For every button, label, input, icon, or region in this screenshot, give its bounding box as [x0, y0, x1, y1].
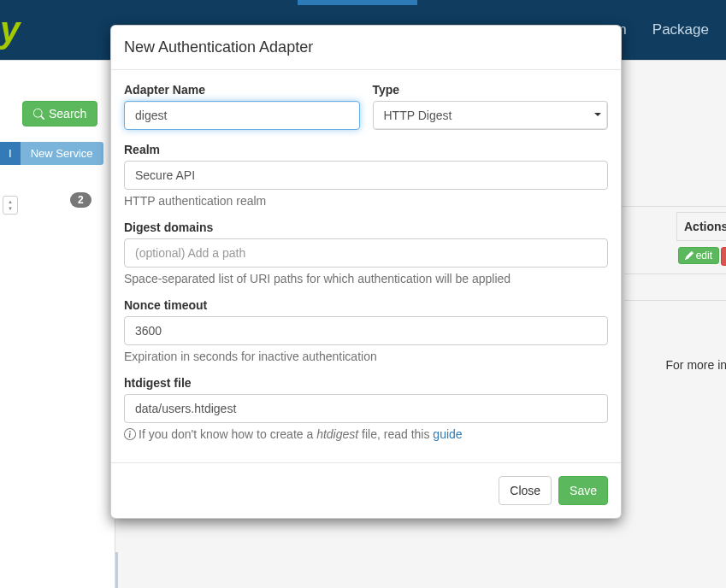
info-icon — [124, 428, 136, 440]
guide-link[interactable]: guide — [433, 427, 462, 441]
divider — [624, 300, 726, 301]
spinner-up-icon[interactable]: ▲ — [8, 198, 13, 205]
spinner-down-icon[interactable]: ▼ — [8, 205, 13, 212]
vertical-accent — [115, 552, 118, 588]
number-spinner[interactable]: ▲ ▼ — [3, 196, 18, 215]
modal-title: New Authentication Adapter — [124, 38, 608, 56]
digest-domains-input[interactable] — [124, 238, 608, 268]
active-tab-indicator — [298, 0, 417, 5]
digest-domains-help: Space-separated list of URI paths for wh… — [124, 272, 608, 285]
digest-domains-label: Digest domains — [124, 220, 608, 234]
modal-footer: Close Save — [111, 462, 621, 518]
realm-help: HTTP authentication realm — [124, 194, 608, 208]
htdigest-help-prefix: If you don't know how to create a — [139, 427, 316, 441]
count-badge: 2 — [70, 192, 91, 208]
adapter-name-input[interactable] — [124, 101, 360, 130]
edit-button[interactable]: edit — [678, 247, 719, 264]
nonce-timeout-input[interactable] — [124, 316, 608, 345]
search-button[interactable]: Search — [22, 101, 97, 126]
table-header-actions: Actions — [676, 212, 726, 241]
more-info-text-fragment: For more inf — [666, 358, 726, 372]
close-button[interactable]: Close — [499, 476, 552, 505]
nonce-timeout-help: Expiration in seconds for inactive authe… — [124, 350, 608, 363]
adapter-name-label: Adapter Name — [124, 83, 360, 97]
htdigest-help: If you don't know how to create a htdige… — [124, 427, 608, 441]
save-button[interactable]: Save — [558, 476, 608, 505]
type-label: Type — [373, 83, 609, 97]
htdigest-help-em: htdigest — [316, 427, 358, 441]
modal-body: Adapter Name Type HTTP Digest Realm HTTP… — [111, 70, 621, 462]
realm-label: Realm — [124, 143, 608, 156]
modal-header: New Authentication Adapter — [111, 26, 621, 70]
new-service-button[interactable]: New Service — [21, 142, 103, 165]
nonce-timeout-label: Nonce timeout — [124, 298, 608, 312]
htdigest-label: htdigest file — [124, 376, 608, 390]
delete-button-fragment[interactable] — [721, 247, 726, 266]
pill-api-fragment[interactable]: I — [0, 142, 21, 165]
realm-input[interactable] — [124, 161, 608, 190]
htdigest-input[interactable] — [124, 394, 608, 423]
logo-fragment: y — [0, 9, 20, 50]
nav-item-package[interactable]: Package — [652, 21, 709, 38]
edit-button-label: edit — [696, 250, 712, 262]
pencil-icon — [685, 251, 694, 260]
htdigest-help-suffix: file, read this — [358, 427, 433, 441]
search-icon — [33, 109, 44, 120]
type-select[interactable]: HTTP Digest — [373, 101, 609, 130]
search-button-label: Search — [49, 107, 86, 121]
sidebar — [0, 61, 115, 588]
authentication-adapter-modal: New Authentication Adapter Adapter Name … — [110, 25, 622, 519]
